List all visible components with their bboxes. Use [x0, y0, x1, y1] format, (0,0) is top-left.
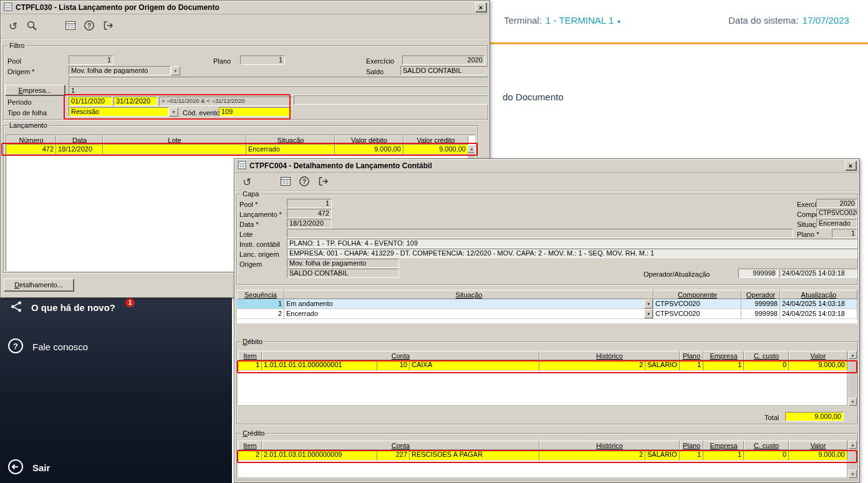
debito-group: Débito Item Conta Histórico Plano Empres… [236, 342, 858, 424]
origem-combo[interactable]: Mov. folha de pagamento [69, 66, 171, 75]
column-header-valor[interactable]: Valor [789, 441, 847, 450]
terminal-selector[interactable]: Terminal: 1 - TERMINAL 1 ▾ [504, 15, 620, 26]
help-icon: ? [299, 176, 310, 189]
lancamento-row[interactable]: 472 18/12/2020 Encerrado 9.000,00 9.000,… [6, 145, 468, 155]
scroll-up-button[interactable]: ▲ [849, 351, 857, 359]
credito-scrollbar[interactable]: ▲ ▼ [849, 441, 857, 478]
column-header-empresa[interactable]: Empresa [703, 351, 744, 360]
column-header-item[interactable]: Item [238, 441, 262, 450]
plano-field: 1 [832, 229, 857, 238]
column-header-valor[interactable]: Valor [789, 351, 847, 360]
column-header-atualizacao[interactable]: Atualização [780, 290, 857, 299]
column-header-conta[interactable]: Conta [262, 441, 539, 450]
periodo-fim-field[interactable]: 31/12/2020 [113, 97, 157, 106]
cell-componente: CTPSVCO020 [653, 309, 741, 319]
help-button[interactable]: ? [82, 19, 97, 34]
close-button[interactable]: × [845, 161, 856, 170]
refresh-button[interactable]: ↺ [6, 19, 21, 34]
detalhamento-button-label: Detalhamento... [14, 280, 63, 290]
help-button[interactable]: ? [297, 175, 312, 189]
scroll-up-button[interactable]: ▲ [468, 145, 475, 153]
cell-sequencia: 1 [237, 299, 284, 309]
debito-row[interactable]: 1 1.01.01.01.01.000000001 10 CAIXA 2 SAL… [238, 360, 847, 371]
cell-situacao[interactable]: Em andamento ▼ [284, 299, 653, 309]
column-header-situacao[interactable]: Situação [246, 135, 335, 145]
empresa-descricao-field [69, 77, 488, 86]
cell-situacao[interactable]: Encerrado ▼ [284, 309, 653, 319]
debito-legend: Débito [241, 338, 264, 346]
column-header-plano[interactable]: Plano [680, 441, 703, 450]
column-header-label: Valor [811, 352, 826, 360]
cell-operador: 999998 [741, 309, 780, 319]
origem-dropdown-button[interactable]: ▼ [171, 66, 180, 75]
lancamento-header-row: Número Data Lote Situação Valor débito V… [6, 135, 468, 145]
scroll-up-button[interactable]: ▲ [849, 441, 857, 449]
atualizacao-field: 24/04/2025 14:03:18 [779, 269, 857, 278]
lote-field [287, 229, 793, 238]
column-header-label: Situação [456, 291, 483, 299]
search-button[interactable] [24, 19, 39, 34]
empresa-button[interactable]: Empresa... [5, 85, 65, 95]
column-header-lote[interactable]: Lote [103, 135, 246, 145]
column-header-item[interactable]: Item [238, 351, 262, 360]
debito-scrollbar[interactable]: ▲ ▼ [849, 351, 857, 406]
situacao-dropdown-button[interactable]: ▼ [644, 299, 653, 308]
periodo-inicio-field[interactable]: 01/11/2020 [69, 97, 112, 106]
empresa-field[interactable]: 1 [69, 86, 488, 95]
column-header-data[interactable]: Data [56, 135, 103, 145]
tipo-folha-combo[interactable]: Rescisão [69, 107, 169, 117]
column-header-label: Item [243, 352, 256, 360]
svg-text:?: ? [87, 22, 91, 29]
column-header-label: Valor crédito [417, 136, 455, 144]
sidebar-item-sair[interactable]: Sair [7, 459, 50, 476]
column-header-plano[interactable]: Plano [680, 351, 703, 360]
detalhamento-button[interactable]: Detalhamento... [4, 279, 74, 291]
situacao-dropdown-button[interactable]: ▼ [644, 309, 653, 318]
cod-evento-label: Cód. evento [183, 109, 219, 117]
scroll-down-button[interactable]: ▼ [849, 470, 857, 478]
credito-row[interactable]: 2 2.01.01.03.01.000000009 227 RESCISOES … [238, 450, 847, 461]
column-header-conta[interactable]: Conta [262, 351, 539, 360]
instr-contabil-label: Instr. contábil [239, 241, 280, 249]
sidebar-item-whats-new[interactable]: O que há de novo? 1 [10, 300, 135, 314]
column-header-label: Histórico [596, 442, 623, 449]
titlebar-ctpfl030[interactable]: CTPFL030 - Lista Lançamento por Origem d… [1, 1, 489, 14]
cell-historico-nome: SALARIO [645, 360, 680, 371]
scroll-down-button[interactable]: ▼ [849, 398, 857, 406]
calendar-button[interactable] [278, 175, 293, 189]
column-header-componente[interactable]: Componente [653, 290, 741, 299]
window-ctpfc004: CTPFC004 - Detalhamento de Lançamento Co… [234, 158, 860, 483]
terminal-label: Terminal: [504, 15, 542, 26]
exit-button[interactable] [316, 175, 330, 189]
column-header-operador[interactable]: Operador [741, 290, 780, 299]
refresh-button[interactable]: ↺ [239, 175, 254, 189]
operador-field: 999998 [738, 269, 778, 278]
close-button[interactable]: × [475, 2, 486, 12]
column-header-numero[interactable]: Número [6, 135, 56, 145]
sequencia-row[interactable]: 1 Em andamento ▼ CTPSVCO020 999998 24/04… [237, 299, 857, 309]
column-header-c-custo[interactable]: C. custo [744, 441, 789, 450]
calendar-icon [280, 176, 291, 189]
cod-evento-field[interactable]: 109 [219, 107, 290, 117]
column-header-sequencia[interactable]: Sequência [237, 290, 284, 299]
column-header-historico[interactable]: Histórico [539, 441, 680, 450]
toolbar-ctpfl030: ↺ ? [1, 15, 489, 39]
column-header-empresa[interactable]: Empresa [703, 441, 744, 450]
column-header-historico[interactable]: Histórico [539, 351, 680, 360]
debito-grid: Item Conta Histórico Plano Empresa C. cu… [238, 351, 847, 406]
sidebar-item-fale-conosco[interactable]: ? Fale conosco [7, 338, 88, 355]
column-header-situacao[interactable]: Situação [284, 290, 653, 299]
titlebar-ctpfc004[interactable]: CTPFC004 - Detalhamento de Lançamento Co… [234, 159, 859, 173]
column-header-valor-debito[interactable]: Valor débito [335, 135, 403, 145]
calendar-button[interactable] [63, 19, 78, 34]
plano-field: 1 [240, 55, 285, 65]
exit-button[interactable] [100, 19, 115, 34]
column-header-valor-credito[interactable]: Valor crédito [403, 135, 468, 145]
saldo-field: SALDO CONTABIL [287, 269, 399, 278]
pool-field: 1 [287, 199, 332, 208]
column-header-c-custo[interactable]: C. custo [744, 351, 789, 360]
column-header-label: C. custo [754, 352, 779, 360]
cell-sequencia: 2 [237, 309, 284, 319]
tipo-folha-dropdown-button[interactable]: ▼ [169, 107, 178, 117]
sequencia-row[interactable]: 2 Encerrado ▼ CTPSVCO020 999998 24/04/20… [237, 309, 857, 319]
